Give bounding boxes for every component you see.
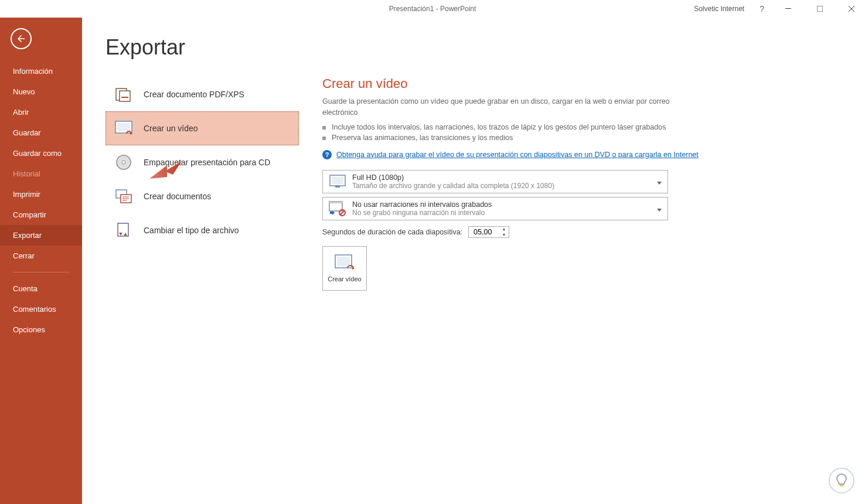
export-option-video[interactable]: Crear un vídeo (105, 111, 299, 145)
handouts-icon (114, 187, 133, 206)
svg-rect-6 (121, 97, 128, 98)
export-option-label: Cambiar el tipo de archivo (144, 226, 239, 235)
page-title: Exportar (105, 35, 299, 60)
nav-abrir[interactable]: Abrir (0, 102, 82, 122)
nav-nuevo[interactable]: Nuevo (0, 81, 82, 102)
titlebar: Presentación1 - PowerPoint Solvetic Inte… (0, 0, 865, 18)
nav-informacion[interactable]: Información (0, 61, 82, 81)
export-option-label: Crear un vídeo (144, 124, 198, 133)
user-name[interactable]: Solvetic Internet (694, 5, 744, 13)
help-info-icon: ? (322, 150, 332, 159)
svg-rect-31 (840, 485, 843, 486)
bullet-icon (322, 126, 326, 130)
help-button[interactable]: ? (754, 4, 770, 13)
create-video-button[interactable]: Crear vídeo (322, 246, 367, 291)
filetype-icon (114, 221, 133, 240)
svg-rect-28 (337, 257, 350, 266)
detail-bullet: Incluye todos los intervalos, las narrac… (322, 123, 847, 131)
nav-guardar-como[interactable]: Guardar como (0, 143, 82, 164)
monitor-icon (329, 173, 346, 190)
help-link[interactable]: Obtenga ayuda para grabar el vídeo de su… (336, 151, 699, 159)
svg-rect-23 (329, 202, 342, 203)
close-button[interactable] (838, 0, 865, 18)
svg-marker-21 (657, 182, 662, 185)
help-link-row: ? Obtenga ayuda para grabar el vídeo de … (322, 150, 847, 159)
stepper-up[interactable]: ▲ (500, 226, 508, 232)
bullet-icon (322, 137, 326, 140)
pdf-icon (114, 85, 133, 104)
nav-guardar[interactable]: Guardar (0, 122, 82, 143)
narration-title: No usar narraciones ni intervalos grabad… (352, 200, 662, 209)
narration-disabled-icon (329, 200, 346, 217)
duration-label: Segundos de duración de cada diapositiva… (322, 228, 462, 236)
nav-imprimir[interactable]: Imprimir (0, 184, 82, 205)
chevron-down-icon (657, 176, 662, 187)
nav-separator (13, 272, 69, 273)
nav-opciones[interactable]: Opciones (0, 319, 82, 340)
detail-panel: Crear un vídeo Guarde la presentación co… (299, 35, 847, 504)
quality-subtitle: Tamaño de archivo grande y calidad alta … (352, 182, 662, 190)
export-option-label: Crear documento PDF/XPS (144, 90, 244, 99)
svg-rect-8 (117, 123, 130, 131)
stepper-down[interactable]: ▼ (500, 232, 508, 238)
help-bulb-button[interactable] (829, 468, 854, 493)
detail-title: Crear un vídeo (322, 76, 847, 91)
svg-rect-0 (785, 8, 791, 9)
cd-icon (114, 153, 133, 172)
svg-rect-1 (817, 6, 823, 12)
nav-cuenta[interactable]: Cuenta (0, 278, 82, 299)
maximize-button[interactable] (806, 0, 833, 18)
export-option-cd[interactable]: Empaquetar presentación para CD (105, 145, 299, 179)
narration-dropdown[interactable]: No usar narraciones ni intervalos grabad… (322, 197, 668, 220)
chevron-down-icon (657, 203, 662, 214)
narration-subtitle: No se grabó ninguna narración ni interva… (352, 209, 662, 217)
export-option-label: Empaquetar presentación para CD (144, 158, 270, 167)
svg-rect-19 (332, 177, 343, 184)
nav-historial: Historial (0, 164, 82, 184)
create-video-label: Crear vídeo (328, 275, 361, 282)
quality-title: Full HD (1080p) (352, 173, 662, 182)
nav-comentarios[interactable]: Comentarios (0, 299, 82, 319)
backstage-sidebar: Información Nuevo Abrir Guardar Guardar … (0, 18, 82, 504)
svg-marker-26 (657, 209, 662, 212)
nav-exportar[interactable]: Exportar (0, 225, 82, 246)
window-title: Presentación1 - PowerPoint (389, 5, 476, 13)
export-option-filetype[interactable]: Cambiar el tipo de archivo (105, 213, 299, 247)
detail-description: Guarde la presentación como un vídeo que… (322, 96, 674, 118)
video-icon (114, 119, 133, 138)
nav-compartir[interactable]: Compartir (0, 205, 82, 225)
svg-rect-5 (120, 91, 130, 101)
back-button[interactable] (11, 28, 32, 49)
export-option-pdf[interactable]: Crear documento PDF/XPS (105, 77, 299, 111)
nav-cerrar[interactable]: Cerrar (0, 246, 82, 266)
create-video-icon (335, 254, 355, 272)
export-option-label: Crear documentos (144, 192, 211, 201)
detail-bullet: Preserva las animaciones, las transicion… (322, 134, 847, 142)
minimize-button[interactable] (775, 0, 802, 18)
export-option-handouts[interactable]: Crear documentos (105, 179, 299, 213)
content-area: Exportar Crear documento PDF/XPS Crear u… (82, 18, 865, 504)
svg-point-11 (122, 161, 125, 164)
svg-rect-17 (118, 223, 128, 236)
quality-dropdown[interactable]: Full HD (1080p) Tamaño de archivo grande… (322, 170, 668, 193)
svg-rect-20 (335, 186, 340, 188)
